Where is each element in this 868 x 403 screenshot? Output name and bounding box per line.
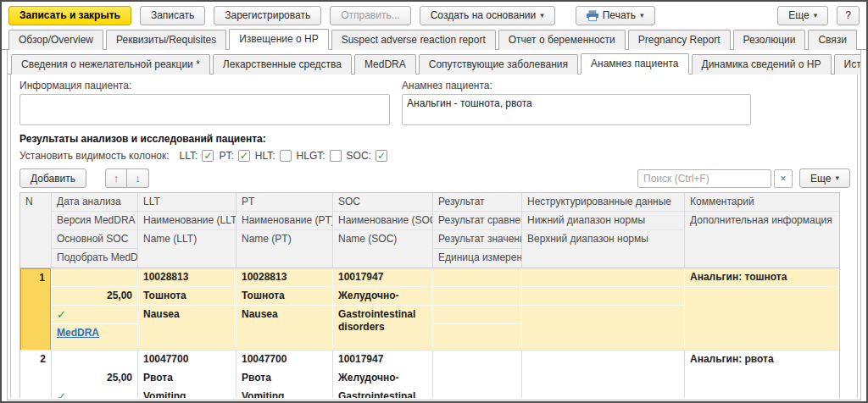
pt-name-ru-cell[interactable]: Тошнота bbox=[236, 287, 332, 306]
result-value-cell[interactable] bbox=[433, 306, 521, 324]
header-col-analysis: Дата анализа Версия MedDRA Основной SOC … bbox=[52, 193, 138, 268]
pt-code-cell[interactable]: 10047700 bbox=[236, 351, 332, 369]
checkbox-checked-icon[interactable]: ✓ bbox=[238, 150, 250, 162]
save-and-close-button[interactable]: Записать и закрыть bbox=[8, 6, 131, 25]
meddra-version-cell[interactable]: 25,00 bbox=[52, 287, 137, 306]
section-tab-panel: Информация пациента: Анамнез пациента: А… bbox=[10, 75, 858, 398]
search-input[interactable] bbox=[637, 169, 771, 188]
tab-section-6[interactable]: Источники (репортер, литература) bbox=[834, 54, 862, 75]
tab-section-0[interactable]: Сведения о нежелательной реакции * bbox=[11, 54, 210, 75]
section-tabs: Сведения о нежелательной реакции *Лекарс… bbox=[8, 53, 860, 75]
soc-name-en-cell[interactable]: Gastrointestinal disorders bbox=[333, 388, 432, 398]
pt-code-cell[interactable]: 10028813 bbox=[236, 268, 332, 287]
tab-section-5[interactable]: Динамика сведений о НР bbox=[692, 54, 832, 75]
row-soc-cell: 10017947 Желудочно-кишечные ... Gastroin… bbox=[333, 268, 433, 350]
chevron-down-icon: ▾ bbox=[540, 12, 544, 19]
unstructured-data-cell[interactable] bbox=[522, 268, 684, 287]
row-n-cell: 1 bbox=[20, 268, 52, 350]
main-soc-cell[interactable]: ✓ bbox=[52, 306, 137, 324]
comment-cell[interactable]: Анальгин: тошнота bbox=[685, 268, 838, 287]
main-soc-check-icon: ✓ bbox=[57, 308, 66, 321]
tab-document-4[interactable]: Отчет о беременности bbox=[498, 30, 626, 50]
norm-high-cell[interactable] bbox=[522, 388, 684, 398]
main-soc-cell[interactable]: ✓ bbox=[52, 388, 137, 398]
llt-name-en-cell[interactable]: Vomiting bbox=[138, 388, 236, 398]
soc-code-cell[interactable]: 10017947 bbox=[333, 268, 432, 287]
move-down-button[interactable]: ↓ bbox=[127, 168, 149, 188]
results-section-title: Результаты анализов и исследований пацие… bbox=[19, 133, 850, 145]
row-number-cell[interactable]: 1 bbox=[20, 268, 51, 350]
result-cell[interactable] bbox=[433, 268, 521, 287]
send-button[interactable]: Отправить... bbox=[330, 6, 411, 25]
visibility-label: Установить видимость колонок: bbox=[19, 150, 170, 162]
anamnesis-field: Анамнез пациента: Анальгин - тошнота, рв… bbox=[402, 80, 751, 125]
result-cell[interactable] bbox=[433, 351, 521, 369]
tab-section-4[interactable]: Анамнез пациента bbox=[581, 53, 689, 75]
result-compare-cell[interactable] bbox=[433, 287, 521, 306]
checkbox-checked-icon[interactable]: ✓ bbox=[376, 150, 387, 162]
table-more-button[interactable]: Еще ▾ bbox=[799, 168, 850, 188]
soc-code-cell[interactable]: 10017947 bbox=[333, 351, 432, 369]
norm-low-cell[interactable] bbox=[522, 369, 684, 388]
add-row-button[interactable]: Добавить bbox=[19, 168, 86, 188]
norm-low-cell[interactable] bbox=[522, 287, 684, 306]
llt-code-cell[interactable]: 10028813 bbox=[138, 268, 236, 287]
move-up-button[interactable]: ↑ bbox=[105, 168, 127, 188]
help-button[interactable]: ? bbox=[837, 6, 860, 25]
norm-high-cell[interactable] bbox=[522, 306, 684, 350]
header-col-result: Результат Результат сравнение Результат … bbox=[433, 193, 522, 268]
meddra-version-cell[interactable]: 25,00 bbox=[52, 369, 137, 388]
additional-info-cell[interactable] bbox=[685, 287, 838, 350]
llt-name-en-cell[interactable]: Nausea bbox=[138, 306, 236, 350]
tab-document-0[interactable]: Обзор/Overview bbox=[8, 30, 103, 50]
tab-section-2[interactable]: MedDRA bbox=[354, 54, 416, 75]
tab-document-7[interactable]: Связи bbox=[808, 30, 857, 50]
anamnesis-input[interactable]: Анальгин - тошнота, рвота bbox=[402, 94, 751, 125]
tab-document-3[interactable]: Suspect adverse reaction report bbox=[331, 30, 496, 50]
tab-document-6[interactable]: Резолюции bbox=[733, 30, 806, 50]
soc-name-ru-cell[interactable]: Желудочно-кишечные ... bbox=[333, 287, 432, 306]
llt-code-cell[interactable]: 10047700 bbox=[138, 351, 236, 369]
checkbox-checked-icon[interactable]: ✓ bbox=[202, 150, 214, 162]
document-tab-panel: Сведения о нежелательной реакции *Лекарс… bbox=[7, 50, 861, 400]
create-based-on-button[interactable]: Создать на основании ▾ bbox=[420, 6, 555, 25]
unstructured-data-cell[interactable] bbox=[522, 351, 684, 369]
printer-icon bbox=[587, 10, 598, 21]
result-compare-cell[interactable] bbox=[433, 369, 521, 388]
pt-name-en-cell[interactable]: Nausea bbox=[236, 306, 332, 350]
checkbox-label: SOC: bbox=[347, 150, 371, 162]
meddra-link[interactable]: MedDRA bbox=[57, 327, 99, 339]
pt-name-en-cell[interactable]: Vomiting bbox=[236, 388, 332, 398]
analysis-date-cell[interactable] bbox=[52, 351, 137, 369]
more-button[interactable]: Еще ▾ bbox=[777, 6, 828, 25]
row-number-cell[interactable]: 2 bbox=[20, 351, 51, 398]
print-button[interactable]: Печать ▾ bbox=[576, 6, 655, 25]
soc-name-en-cell[interactable]: Gastrointestinal disorders bbox=[333, 306, 432, 350]
tab-document-2[interactable]: Извещение о НР bbox=[229, 29, 328, 50]
llt-name-ru-cell[interactable]: Рвота bbox=[138, 369, 236, 388]
tab-section-3[interactable]: Сопутствующие заболевания bbox=[419, 54, 578, 75]
soc-name-ru-cell[interactable]: Желудочно-кишечные ... bbox=[333, 369, 432, 388]
header-col-llt: LLT Наименование (LLT) Name (LLT) bbox=[138, 193, 236, 268]
register-button[interactable]: Зарегистрировать bbox=[214, 6, 321, 25]
comment-cell[interactable]: Анальгин: рвота bbox=[685, 351, 839, 369]
pick-meddra-cell[interactable]: MedDRA bbox=[52, 324, 137, 350]
tab-section-1[interactable]: Лекарственные средства bbox=[213, 54, 352, 75]
tab-document-1[interactable]: Реквизиты/Requisites bbox=[106, 30, 226, 50]
checkbox-unchecked-icon[interactable]: ✓ bbox=[280, 150, 292, 162]
additional-info-cell[interactable] bbox=[685, 369, 839, 398]
analysis-date-cell[interactable] bbox=[52, 268, 137, 287]
clear-search-button[interactable]: × bbox=[774, 169, 793, 188]
patient-info-input[interactable] bbox=[19, 94, 390, 125]
result-value-cell[interactable] bbox=[433, 388, 521, 398]
result-unit-cell[interactable] bbox=[433, 324, 521, 350]
save-button[interactable]: Записать bbox=[140, 6, 205, 25]
checkbox-unchecked-icon[interactable]: ✓ bbox=[330, 150, 342, 162]
results-table: N Дата анализа Версия MedDRA Основной SO… bbox=[19, 192, 840, 398]
tab-document-5[interactable]: Pregnancy Report bbox=[628, 30, 731, 50]
patient-fields-row: Информация пациента: Анамнез пациента: А… bbox=[19, 80, 850, 125]
pt-name-ru-cell[interactable]: Рвота bbox=[236, 369, 332, 388]
llt-name-ru-cell[interactable]: Тошнота bbox=[138, 287, 236, 306]
checkbox-label: HLT: bbox=[255, 150, 275, 162]
row-llt-cell: 10047700 Рвота Vomiting bbox=[138, 351, 236, 398]
